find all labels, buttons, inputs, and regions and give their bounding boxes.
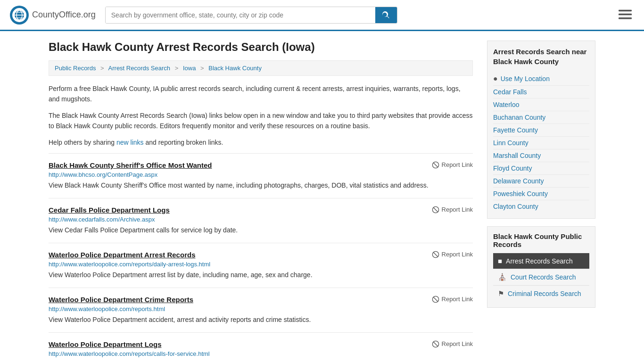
- result-item: Cedar Falls Police Department Logs Repor…: [49, 198, 473, 243]
- menu-button[interactable]: [616, 5, 635, 25]
- result-title[interactable]: Black Hawk County Sheriff's Office Most …: [49, 161, 212, 169]
- report-icon: [432, 251, 439, 258]
- result-desc: View Waterloo Police Department arrest l…: [49, 270, 473, 280]
- breadcrumb: Public Records > Arrest Records Search >…: [49, 60, 473, 76]
- sidebar-public-records: Black Hawk County Public Records ■ Arres…: [487, 226, 595, 308]
- svg-line-17: [433, 297, 438, 301]
- result-url[interactable]: http://www.waterloopolice.com/reports/ca…: [49, 350, 473, 357]
- logo[interactable]: CountyOffice.org: [9, 5, 96, 25]
- result-desc: View Black Hawk County Sheriff's Office …: [49, 181, 473, 190]
- header: CountyOffice.org: [0, 0, 644, 31]
- result-header: Waterloo Police Department Logs Report L…: [49, 340, 473, 348]
- result-url[interactable]: http://www.cedarfalls.com/Archive.aspx: [49, 216, 473, 223]
- report-icon: [432, 161, 439, 169]
- new-links[interactable]: new links: [116, 139, 144, 146]
- result-header: Cedar Falls Police Department Logs Repor…: [49, 206, 473, 214]
- result-title[interactable]: Waterloo Police Department Logs: [49, 340, 161, 348]
- description-2: The Black Hawk County Arrest Records Sea…: [49, 110, 473, 132]
- criminal-icon: ⚑: [498, 289, 504, 298]
- result-desc: View Cedar Falls Police Department calls…: [49, 225, 473, 235]
- breadcrumb-arrest-records[interactable]: Arrest Records Search: [108, 65, 171, 72]
- sidebar-link-cedar-falls[interactable]: Cedar Falls: [493, 86, 589, 99]
- arrest-icon: ■: [498, 257, 502, 265]
- result-title[interactable]: Waterloo Police Department Crime Reports: [49, 296, 193, 304]
- search-button[interactable]: [375, 7, 397, 23]
- sidebar-nearby: Arrest Records Search near Black Hawk Co…: [487, 41, 595, 219]
- sidebar-link-marshall[interactable]: Marshall County: [493, 149, 589, 162]
- sidebar-link-waterloo[interactable]: Waterloo: [493, 99, 589, 111]
- page-title: Black Hawk County Arrest Records Search …: [49, 41, 473, 54]
- breadcrumb-sep-2: >: [175, 65, 179, 72]
- results-list: Black Hawk County Sheriff's Office Most …: [49, 153, 473, 362]
- report-link[interactable]: Report Link: [432, 206, 473, 214]
- result-item: Waterloo Police Department Arrest Record…: [49, 243, 473, 288]
- content-area: Black Hawk County Arrest Records Search …: [39, 31, 605, 362]
- result-desc: View Waterloo Police Department accident…: [49, 315, 473, 325]
- svg-line-15: [433, 252, 438, 256]
- report-icon: [432, 296, 439, 303]
- sidebar-public-title: Black Hawk County Public Records: [493, 232, 589, 248]
- breadcrumb-sep-3: >: [200, 65, 204, 72]
- result-url[interactable]: http://www.waterloopolice.com/reports.ht…: [49, 305, 473, 313]
- result-item: Black Hawk County Sheriff's Office Most …: [49, 153, 473, 198]
- report-icon: [432, 340, 439, 348]
- svg-rect-8: [619, 14, 632, 16]
- breadcrumb-iowa[interactable]: Iowa: [183, 65, 196, 72]
- sidebar-link-delaware[interactable]: Delaware County: [493, 175, 589, 188]
- result-header: Waterloo Police Department Crime Reports…: [49, 296, 473, 304]
- result-title[interactable]: Waterloo Police Department Arrest Record…: [49, 251, 195, 259]
- svg-line-11: [433, 163, 438, 167]
- sidebar-link-fayette[interactable]: Fayette County: [493, 124, 589, 137]
- breadcrumb-sep-1: >: [100, 65, 104, 72]
- sidebar-link-linn[interactable]: Linn County: [493, 137, 589, 149]
- court-icon: ⛪: [498, 273, 507, 281]
- result-title[interactable]: Cedar Falls Police Department Logs: [49, 206, 170, 214]
- result-header: Black Hawk County Sheriff's Office Most …: [49, 161, 473, 169]
- sidebar-arrest-records[interactable]: ■ Arrest Records Search: [493, 253, 589, 269]
- report-link[interactable]: Report Link: [432, 251, 473, 258]
- report-link[interactable]: Report Link: [432, 340, 473, 348]
- sidebar-use-location[interactable]: ● Use My Location: [493, 72, 589, 86]
- result-header: Waterloo Police Department Arrest Record…: [49, 251, 473, 259]
- search-input[interactable]: [106, 7, 375, 23]
- breadcrumb-black-hawk[interactable]: Black Hawk County: [208, 65, 262, 72]
- breadcrumb-public-records[interactable]: Public Records: [55, 65, 96, 72]
- svg-rect-9: [619, 17, 632, 19]
- svg-line-13: [433, 207, 438, 212]
- result-item: Waterloo Police Department Logs Report L…: [49, 332, 473, 362]
- sidebar-link-buchanan[interactable]: Buchanan County: [493, 111, 589, 124]
- location-icon: ●: [493, 74, 498, 83]
- sidebar-link-clayton[interactable]: Clayton County: [493, 200, 589, 213]
- description-1: Perform a free Black Hawk County, IA pub…: [49, 83, 473, 105]
- main-content: Black Hawk County Arrest Records Search …: [49, 41, 473, 362]
- report-icon: [432, 206, 439, 214]
- search-bar: [105, 7, 397, 24]
- result-url[interactable]: http://www.bhcso.org/ContentPage.aspx: [49, 171, 473, 178]
- result-url[interactable]: http://www.waterloopolice.com/reports/da…: [49, 261, 473, 268]
- hamburger-icon: [619, 8, 632, 21]
- sidebar-nearby-title: Arrest Records Search near Black Hawk Co…: [493, 47, 589, 66]
- sidebar-criminal-records[interactable]: ⚑ Criminal Records Search: [493, 286, 589, 302]
- description-3: Help others by sharing new links and rep…: [49, 137, 473, 148]
- search-icon: [382, 11, 390, 19]
- logo-icon: [9, 5, 29, 25]
- sidebar: Arrest Records Search near Black Hawk Co…: [487, 41, 595, 362]
- report-link[interactable]: Report Link: [432, 296, 473, 303]
- sidebar-link-floyd[interactable]: Floyd County: [493, 162, 589, 175]
- sidebar-link-poweshiek[interactable]: Poweshiek County: [493, 188, 589, 200]
- svg-rect-7: [619, 10, 632, 12]
- sidebar-court-records[interactable]: ⛪ Court Records Search: [493, 269, 589, 286]
- logo-text: CountyOffice.org: [32, 10, 96, 20]
- result-item: Waterloo Police Department Crime Reports…: [49, 288, 473, 332]
- report-link[interactable]: Report Link: [432, 161, 473, 169]
- svg-line-19: [433, 342, 438, 346]
